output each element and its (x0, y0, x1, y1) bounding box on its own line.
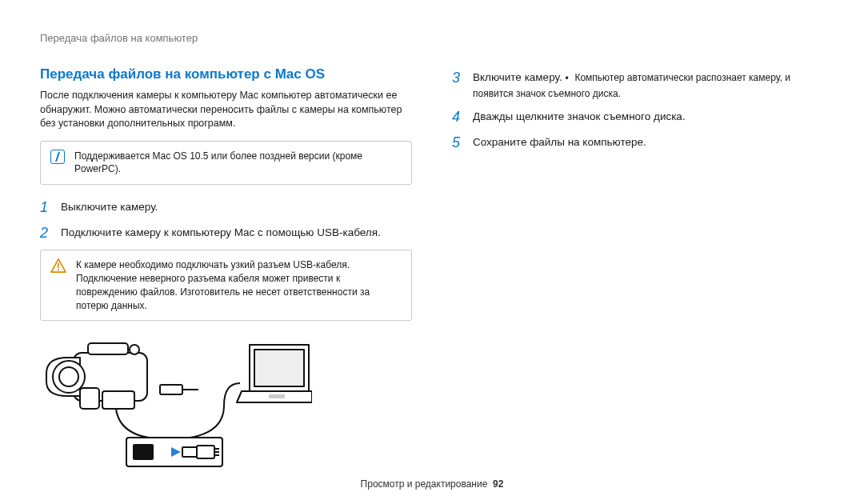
step-text: Подключите камеру к компьютеру Mac с пом… (61, 225, 412, 242)
svg-rect-15 (182, 447, 197, 457)
svg-point-6 (59, 367, 78, 386)
step-1: 1 Выключите камеру. (40, 199, 412, 217)
warning-note-box: К камере необходимо подключать узкий раз… (40, 250, 412, 321)
svg-point-1 (58, 270, 59, 271)
warning-icon (50, 258, 66, 273)
svg-rect-12 (269, 394, 285, 398)
steps-left: 1 Выключите камеру. 2 Подключите камеру … (40, 199, 412, 242)
svg-point-4 (130, 345, 139, 354)
step-text: Включите камеру. Компьютер автоматически… (473, 70, 824, 101)
warning-line-2: Подключение неверного разъема кабеля мож… (76, 272, 402, 312)
svg-rect-16 (197, 446, 214, 458)
step-number: 2 (40, 225, 53, 242)
breadcrumb: Передача файлов на компьютер (40, 32, 824, 44)
step-main-text: Включите камеру. (473, 71, 562, 83)
footer-section: Просмотр и редактирование (361, 478, 488, 490)
svg-rect-14 (133, 444, 154, 460)
info-icon (50, 150, 65, 164)
intro-paragraph: После подключения камеры к компьютеру Ma… (40, 89, 412, 131)
svg-rect-9 (160, 385, 182, 394)
column-right: 3 Включите камеру. Компьютер автоматичес… (452, 66, 824, 474)
step-text: Дважды щелкните значок съемного диска. (473, 109, 824, 126)
step-4: 4 Дважды щелкните значок съемного диска. (452, 109, 824, 126)
svg-rect-3 (88, 343, 128, 354)
page-number: 92 (493, 478, 503, 490)
step-3: 3 Включите камеру. Компьютер автоматичес… (452, 70, 824, 101)
section-title: Передача файлов на компьютер с Mac OS (40, 66, 412, 82)
steps-right: 3 Включите камеру. Компьютер автоматичес… (452, 70, 824, 151)
info-note-text: Поддерживается Mac OS 10.5 или более поз… (74, 150, 402, 177)
step-number: 1 (40, 199, 53, 217)
warning-line-1: К камере необходимо подключать узкий раз… (76, 259, 350, 270)
page-footer: Просмотр и редактирование 92 (0, 478, 864, 490)
content-columns: Передача файлов на компьютер с Mac OS По… (40, 66, 824, 474)
step-text: Выключите камеру. (61, 199, 412, 217)
svg-rect-7 (80, 388, 99, 409)
step-5: 5 Сохраните файлы на компьютере. (452, 134, 824, 152)
step-number: 3 (452, 70, 465, 101)
step-text: Сохраните файлы на компьютере. (473, 134, 824, 152)
warning-note-text: К камере необходимо подключать узкий раз… (76, 258, 402, 312)
info-note-box: Поддерживается Mac OS 10.5 или более поз… (40, 141, 412, 186)
step-number: 5 (452, 134, 465, 152)
svg-rect-8 (102, 391, 134, 409)
svg-rect-11 (254, 350, 304, 386)
step-number: 4 (452, 109, 465, 126)
connection-diagram (40, 335, 412, 474)
step-2: 2 Подключите камеру к компьютеру Mac с п… (40, 225, 412, 242)
camera-to-laptop-svg (40, 335, 312, 471)
column-left: Передача файлов на компьютер с Mac OS По… (40, 66, 412, 474)
